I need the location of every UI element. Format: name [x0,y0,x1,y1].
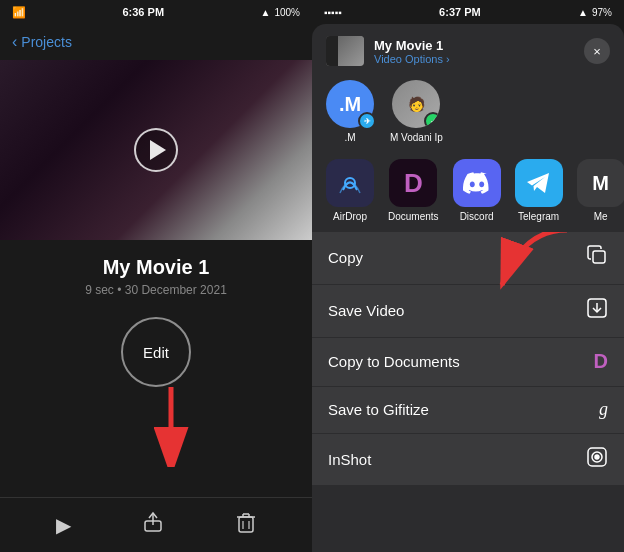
contact-item[interactable]: .M ✈ .M [326,80,374,143]
share-movie-subtitle: Video Options › [374,53,584,65]
app-item-discord[interactable]: Discord [453,159,501,222]
status-bar-right: ▪▪▪▪▪ 6:37 PM ▲ 97% [312,0,624,24]
telegram-badge: ✈ [358,112,376,130]
discord-svg [463,172,491,194]
back-label: Projects [21,34,72,50]
discord-label: Discord [460,211,494,222]
svg-rect-12 [593,251,605,263]
contact-initial-m: .M [339,93,361,116]
inshot-label: InShot [328,451,371,468]
share-movie-thumbnail [326,36,364,66]
telegram-svg [525,169,553,197]
airdrop-icon [326,159,374,207]
contact-photo-mv: 🧑 [408,96,425,112]
contacts-row: .M ✈ .M 🧑 ✓ M Vodani Ip [312,74,624,153]
save-video-svg [586,297,608,319]
edit-button[interactable]: Edit [121,317,191,387]
trash-icon[interactable] [236,512,256,539]
telegram-icon [515,159,563,207]
save-gifitize-action[interactable]: Save to Gifitize g [312,387,624,433]
copy-documents-action[interactable]: Copy to Documents D [312,338,624,386]
gifitize-icon: g [599,399,608,420]
left-panel: 📶 6:36 PM ▲ 100% ‹ Projects My Movie 1 9… [0,0,312,552]
inshot-icon [586,446,608,473]
inshot-action[interactable]: InShot [312,434,624,485]
status-icons-right: ▲ 97% [578,7,612,18]
app-item-me[interactable]: M Me [577,159,624,222]
copy-documents-label: Copy to Documents [328,353,460,370]
edit-label: Edit [143,344,169,361]
right-panel: ▪▪▪▪▪ 6:37 PM ▲ 97% My Movie 1 Video Opt… [312,0,624,552]
whatsapp-badge: ✓ [424,112,440,128]
red-arrow-save-video [492,232,572,295]
signal-icon: ▪▪▪▪▪ [324,7,342,18]
contact-item-vodani[interactable]: 🧑 ✓ M Vodani Ip [390,80,443,143]
status-bar-left: 📶 6:36 PM ▲ 100% [0,0,312,24]
back-button[interactable]: ‹ Projects [12,33,72,51]
app-item-telegram[interactable]: Telegram [515,159,563,222]
telegram-label: Telegram [518,211,559,222]
copy-svg [586,244,608,266]
wifi-icon: 📶 [12,6,26,19]
movie-title: My Movie 1 [12,256,300,279]
share-movie-title: My Movie 1 [374,38,584,53]
arrow-area-left [0,399,312,497]
airdrop-svg [336,169,364,197]
share-sheet: My Movie 1 Video Options › × .M ✈ .M � [312,24,624,552]
share-icon[interactable] [142,511,164,539]
time-left: 6:36 PM [122,6,164,18]
apps-row: AirDrop D Documents Discord [312,153,624,232]
contact-avatar-m: .M ✈ [326,80,374,128]
location-icon: ▲ [261,7,271,18]
inshot-svg [586,446,608,468]
save-video-label: Save Video [328,302,404,319]
close-button[interactable]: × [584,38,610,64]
copy-icon [586,244,608,271]
time-right: 6:37 PM [439,6,481,18]
save-gifitize-label: Save to Gifitize [328,401,429,418]
movie-meta: 9 sec • 30 December 2021 [12,283,300,297]
actions-list: Copy [312,232,624,552]
play-triangle-icon [150,140,166,160]
contact-name-mv: M Vodani Ip [390,132,443,143]
video-thumbnail[interactable] [0,60,312,240]
discord-icon [453,159,501,207]
me-label: Me [594,211,608,222]
share-movie-info: My Movie 1 Video Options › [374,38,584,65]
documents-label: Documents [388,211,439,222]
app-item-documents[interactable]: D Documents [388,159,439,222]
me-icon: M [577,159,624,207]
movie-info: My Movie 1 9 sec • 30 December 2021 [0,240,312,305]
copy-label: Copy [328,249,363,266]
battery-left: 100% [274,7,300,18]
share-header: My Movie 1 Video Options › × [312,24,624,74]
red-arrow-down-left [146,387,196,467]
save-video-action[interactable]: Save Video [312,285,624,337]
status-icons-left: ▲ 100% [261,7,300,18]
copy-documents-icon: D [594,350,608,373]
copy-action[interactable]: Copy [312,232,624,284]
contact-name-m: .M [344,132,355,143]
edit-btn-container: Edit [0,305,312,399]
airdrop-label: AirDrop [333,211,367,222]
trash-svg-icon [236,512,256,534]
play-icon[interactable]: ▶ [56,513,71,537]
play-button[interactable] [134,128,178,172]
battery-right: 97% [592,7,612,18]
documents-icon: D [389,159,437,207]
back-chevron-icon: ‹ [12,33,17,51]
app-item-airdrop[interactable]: AirDrop [326,159,374,222]
svg-point-18 [595,455,599,459]
location-icon-right: ▲ [578,7,588,18]
save-video-icon [586,297,608,324]
contact-avatar-mv: 🧑 ✓ [392,80,440,128]
share-upload-icon [142,511,164,533]
svg-rect-4 [239,517,253,532]
bottom-toolbar: ▶ [0,497,312,552]
nav-bar-left: ‹ Projects [0,24,312,60]
